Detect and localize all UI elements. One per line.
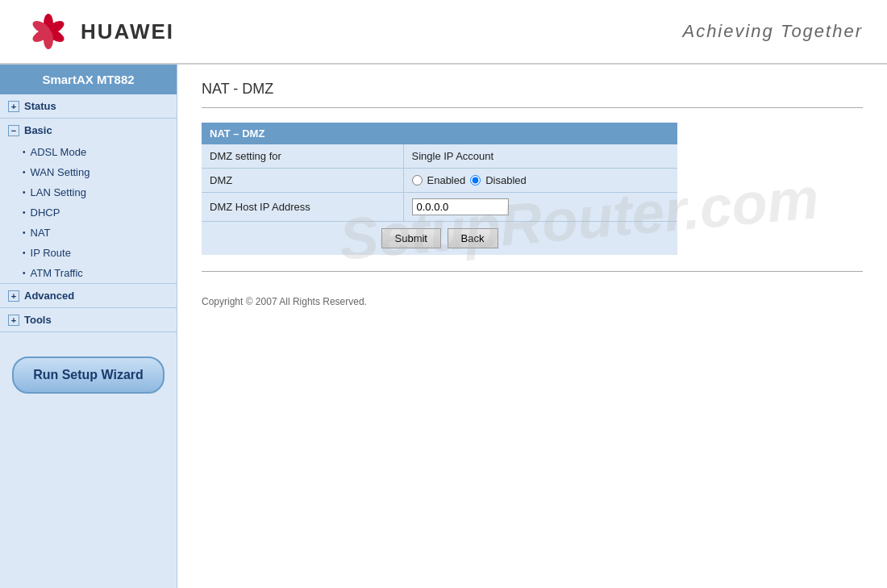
sidebar-title: SmartAX MT882	[0, 65, 177, 94]
sidebar-section-tools-label: Tools	[24, 314, 52, 326]
sidebar-item-status[interactable]: + Status	[0, 94, 177, 118]
sidebar-item-basic[interactable]: − Basic	[0, 119, 177, 142]
bullet-icon: •	[23, 248, 26, 257]
expand-icon-status: +	[8, 101, 19, 112]
sidebar-section-tools: + Tools	[0, 308, 177, 332]
sidebar-item-tools[interactable]: + Tools	[0, 308, 177, 332]
sidebar-item-ip-route[interactable]: • IP Route	[0, 243, 177, 263]
dmz-enabled-label[interactable]: Enabled	[427, 174, 466, 186]
bullet-icon: •	[23, 208, 26, 217]
run-setup-wizard-button[interactable]: Run Setup Wizard	[12, 357, 164, 394]
dmz-host-ip-input[interactable]	[412, 198, 509, 215]
dmz-enabled-radio[interactable]	[412, 175, 423, 186]
table-header: NAT – DMZ	[202, 123, 677, 144]
dmz-setting-label: DMZ setting for	[202, 144, 403, 169]
sidebar-section-basic: − Basic • ADSL Mode • WAN Setting • LAN …	[0, 119, 177, 284]
bullet-icon: •	[23, 168, 26, 177]
expand-icon-advanced: +	[8, 290, 19, 302]
wizard-button-container: Run Setup Wizard	[0, 332, 177, 418]
table-actions-cell: Submit Back	[202, 222, 677, 256]
title-divider	[202, 107, 863, 108]
sidebar-item-lan-setting[interactable]: • LAN Setting	[0, 182, 177, 202]
table-row: DMZ Host IP Address	[202, 193, 677, 222]
dmz-disabled-label[interactable]: Disabled	[485, 174, 527, 186]
table-actions-row: Submit Back	[202, 222, 677, 256]
logo-text: HUAWEI	[81, 19, 174, 44]
dmz-host-ip-label: DMZ Host IP Address	[202, 193, 403, 222]
sidebar-item-adsl-mode[interactable]: • ADSL Mode	[0, 142, 177, 162]
dmz-radio-group: Enabled Disabled	[412, 174, 670, 186]
main-layout: SmartAX MT882 + Status − Basic • ADSL Mo…	[0, 65, 887, 588]
logo-area: HUAWEI	[24, 11, 174, 52]
copyright: Copyright © 2007 All Rights Reserved.	[202, 296, 863, 307]
tagline: Achieving Together	[682, 21, 863, 42]
table-row: DMZ Enabled Disabled	[202, 169, 677, 193]
content-divider	[202, 271, 863, 272]
sidebar-item-nat[interactable]: • NAT	[0, 223, 177, 243]
dmz-label: DMZ	[202, 169, 403, 193]
huawei-logo-icon	[24, 11, 73, 52]
dmz-disabled-radio[interactable]	[470, 175, 481, 186]
dmz-setting-value: Single IP Account	[403, 144, 677, 169]
header: HUAWEI Achieving Together	[0, 0, 887, 65]
expand-icon-basic: −	[8, 125, 19, 136]
sidebar-section-status-label: Status	[24, 100, 56, 112]
sidebar-item-dhcp[interactable]: • DHCP	[0, 202, 177, 223]
table-row: DMZ setting for Single IP Account	[202, 144, 677, 169]
bullet-icon: •	[23, 269, 26, 277]
page-title: NAT - DMZ	[202, 81, 863, 98]
bullet-icon: •	[23, 228, 26, 237]
dmz-radio-cell: Enabled Disabled	[403, 169, 677, 193]
sidebar-section-advanced: + Advanced	[0, 284, 177, 308]
sidebar-item-atm-traffic[interactable]: • ATM Traffic	[0, 263, 177, 283]
dmz-host-ip-cell	[403, 193, 677, 222]
bullet-icon: •	[23, 188, 26, 197]
sidebar-item-advanced[interactable]: + Advanced	[0, 284, 177, 307]
submit-button[interactable]: Submit	[381, 228, 441, 248]
content-area: NAT - DMZ NAT – DMZ DMZ setting for Sing…	[177, 65, 887, 588]
expand-icon-tools: +	[8, 315, 19, 326]
sidebar: SmartAX MT882 + Status − Basic • ADSL Mo…	[0, 65, 177, 588]
bullet-icon: •	[23, 148, 26, 156]
back-button[interactable]: Back	[448, 228, 498, 248]
sidebar-item-wan-setting[interactable]: • WAN Setting	[0, 162, 177, 182]
sidebar-section-advanced-label: Advanced	[24, 290, 74, 302]
sidebar-section-basic-label: Basic	[24, 124, 52, 136]
sidebar-section-status: + Status	[0, 94, 177, 119]
nat-dmz-table: NAT – DMZ DMZ setting for Single IP Acco…	[202, 123, 677, 255]
